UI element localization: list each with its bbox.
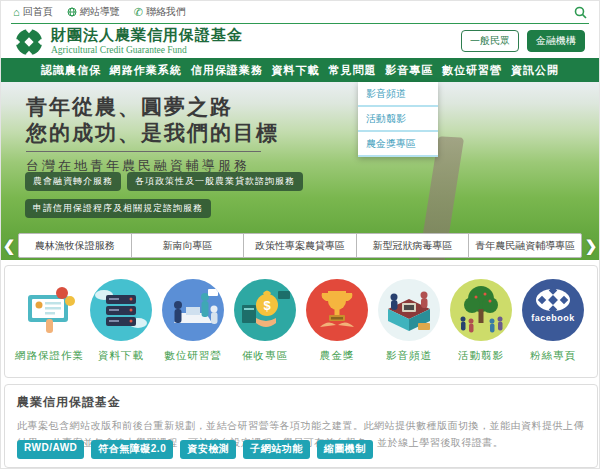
utility-bar: ⌂ 回首頁 網站導覽 ✆ 聯絡我們	[1, 1, 599, 23]
facebook-wordmark: facebook	[522, 313, 584, 323]
acgf-homepage: ⌂ 回首頁 網站導覽 ✆ 聯絡我們 財團法人農業信用保證基金	[0, 0, 600, 469]
search-button[interactable]	[574, 6, 587, 19]
nav-item-guarantee-service[interactable]: 信用保證業務	[191, 63, 263, 78]
tab-new-southbound[interactable]: 新南向專區	[131, 233, 245, 258]
quicklink-label: 粉絲專頁	[519, 349, 587, 363]
badge-rwd-awd: RWD/AWD	[17, 440, 84, 459]
trophy-icon	[306, 279, 368, 341]
home-link-label: 回首頁	[23, 5, 53, 19]
hero-banner: 青年從農、圓夢之路 您的成功、是我們的目標 台灣在地青年農民融資輔導服務 農會融…	[1, 82, 599, 260]
event-tree-icon	[450, 279, 512, 341]
facebook-icon: facebook	[522, 279, 584, 341]
workshop-icon	[162, 279, 224, 341]
nav-item-downloads[interactable]: 資料下載	[272, 63, 320, 78]
badge-thumbnail: 縮圖機制	[317, 440, 373, 459]
svg-text:$: $	[263, 298, 271, 313]
sitemap-link[interactable]: 網站導覽	[67, 5, 120, 19]
sitemap-link-label: 網站導覽	[80, 5, 120, 19]
nav-item-online-system[interactable]: 網路作業系統	[110, 63, 182, 78]
main-nav: 認識農信保 網路作業系統 信用保證業務 資料下載 常見問題 影音專區 數位研習營…	[1, 58, 599, 82]
server-download-icon	[90, 279, 152, 341]
about-section: 農業信用保證基金 此專案包含網站改版和前後台重新規劃，並結合研習營等各項功能之建…	[4, 384, 598, 468]
badge-accessibility: 符合無障礙2.0	[91, 440, 173, 459]
search-icon	[574, 6, 587, 19]
quicklink-collection[interactable]: $ 催收專區	[231, 279, 299, 363]
hero-service-pills: 農會融資轉介服務各項政策性及一般農業貸款諮詢服務 申請信用保證程序及相關規定諮詢…	[25, 170, 405, 224]
brand-block: 財團法人農業信用保證基金 Agricultural Credit Guarant…	[51, 26, 243, 55]
dropdown-item-award-zone[interactable]: 農金獎專區	[358, 132, 438, 157]
carousel-next-icon[interactable]: ❯	[585, 236, 597, 256]
hero-text-block: 青年從農、圓夢之路 您的成功、是我們的目標 台灣在地青年農民融資輔導服務	[26, 94, 279, 175]
video-channel-icon	[378, 279, 440, 341]
pill-referral-service: 農會融資轉介服務	[25, 172, 121, 191]
quicklink-award[interactable]: 農金獎	[303, 279, 371, 363]
about-heading: 農業信用保證基金	[17, 394, 585, 411]
nav-item-about[interactable]: 認識農信保	[41, 63, 101, 78]
feature-badges: RWD/AWD 符合無障礙2.0 資安檢測 子網站功能 縮圖機制	[17, 440, 373, 459]
quicklink-label: 催收專區	[231, 349, 299, 363]
quicklink-video-channel[interactable]: 影音頻道	[375, 279, 443, 363]
pill-guarantee-procedure-service: 申請信用保證程序及相關規定諮詢服務	[25, 199, 211, 218]
pill-loan-consult-service: 各項政策性及一般農業貸款諮詢服務	[127, 172, 303, 191]
contact-link[interactable]: ✆ 聯絡我們	[134, 5, 186, 19]
quicklink-label: 農金獎	[303, 349, 371, 363]
tab-policy-loan[interactable]: 政策性專案農貸專區	[243, 233, 357, 258]
carousel-prev-icon[interactable]: ❮	[3, 236, 15, 256]
site-title: 財團法人農業信用保證基金	[51, 26, 243, 45]
tab-covid[interactable]: 新型冠狀病毒專區	[356, 233, 470, 258]
quicklink-label: 網路保證作業	[15, 349, 83, 363]
badge-security-test: 資安檢測	[180, 440, 236, 459]
hero-divider	[26, 151, 261, 152]
dropdown-item-video-channel[interactable]: 影音頻道	[358, 82, 438, 107]
globe-icon	[67, 7, 77, 17]
quicklink-panel: 網路保證作業 資料下載	[4, 265, 598, 378]
hero-headline-2: 您的成功、是我們的目標	[26, 120, 279, 146]
home-link[interactable]: ⌂ 回首頁	[13, 5, 53, 19]
home-icon: ⌂	[13, 7, 20, 18]
nav-item-faq[interactable]: 常見問題	[328, 63, 376, 78]
quicklink-online-guarantee[interactable]: 網路保證作業	[15, 279, 83, 363]
money-collection-icon: $	[234, 279, 296, 341]
nav-item-digital-camp[interactable]: 數位研習營	[442, 63, 502, 78]
badge-subsite: 子網站功能	[243, 440, 310, 459]
quicklink-event-snapshots[interactable]: 活動翦影	[447, 279, 515, 363]
nav-item-media[interactable]: 影音專區	[385, 63, 433, 78]
quicklink-label: 數位研習營	[159, 349, 227, 363]
audience-buttons: 一般民眾 金融機構	[461, 30, 585, 52]
phone-icon: ✆	[134, 7, 143, 18]
tab-young-farmer[interactable]: 青年農民融資輔導專區	[468, 233, 582, 258]
topic-tab-strip: 農林漁牧保證服務 新南向專區 政策性專案農貸專區 新型冠狀病毒專區 青年農民融資…	[18, 233, 582, 258]
quicklink-facebook[interactable]: facebook 粉絲專頁	[519, 279, 587, 363]
tablet-guarantee-icon	[18, 279, 80, 341]
nav-item-disclosure[interactable]: 資訊公開	[511, 63, 559, 78]
general-public-button[interactable]: 一般民眾	[461, 30, 519, 52]
quicklink-digital-camp[interactable]: 數位研習營	[159, 279, 227, 363]
quicklink-label: 資料下載	[87, 349, 155, 363]
site-subtitle: Agricultural Credit Guarantee Fund	[51, 45, 243, 55]
acgf-clover-logo-icon	[14, 27, 44, 57]
site-header: 財團法人農業信用保證基金 Agricultural Credit Guarant…	[1, 24, 599, 58]
hero-headline-1: 青年從農、圓夢之路	[26, 94, 279, 120]
dropdown-item-event-snapshots[interactable]: 活動翦影	[358, 107, 438, 132]
financial-institution-button[interactable]: 金融機構	[527, 30, 585, 52]
tab-agri-guarantee[interactable]: 農林漁牧保證服務	[18, 233, 132, 258]
quicklink-label: 活動翦影	[447, 349, 515, 363]
media-dropdown-menu: 影音頻道 活動翦影 農金獎專區	[358, 82, 438, 157]
quicklink-label: 影音頻道	[375, 349, 443, 363]
quicklink-downloads[interactable]: 資料下載	[87, 279, 155, 363]
contact-link-label: 聯絡我們	[146, 5, 186, 19]
